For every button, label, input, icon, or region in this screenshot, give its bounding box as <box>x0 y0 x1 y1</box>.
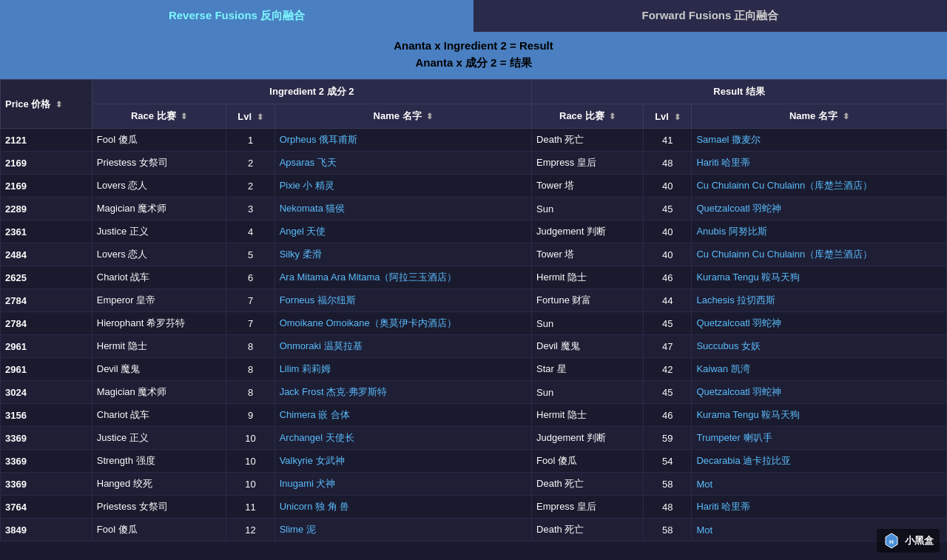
header-row-1: Price 价格 ⬍ Ingredient 2 成分 2 Result 结果 <box>1 80 947 104</box>
table-row: 3369Justice 正义10Archangel 天使长Judgement 判… <box>1 427 947 450</box>
table-row: 2961Hermit 隐士8Onmoraki 温莫拉基Devil 魔鬼47Suc… <box>1 335 947 358</box>
formula-banner: Ananta x Ingredient 2 = Result Ananta x … <box>0 32 947 79</box>
name-res-sort-icon: ⬍ <box>843 112 849 121</box>
table-row: 3024Magician 魔术师8Jack Frost 杰克·弗罗斯特Sun45… <box>1 381 947 404</box>
tab-reverse[interactable]: Reverse Fusions 反向融合 <box>0 0 474 32</box>
table-row: 2784Hierophant 希罗芬特7Omoikane Omoikane（奥莫… <box>1 312 947 335</box>
table-row: 2361Justice 正义4Angel 天使Judgement 判断40Anu… <box>1 220 947 243</box>
name-ing-sort-icon: ⬍ <box>426 112 433 121</box>
formula-cn: Ananta x 成分 2 = 结果 <box>12 56 935 70</box>
fusion-table: Price 价格 ⬍ Ingredient 2 成分 2 Result 结果 R… <box>0 79 947 542</box>
name-ing-header[interactable]: Name 名字 ⬍ <box>274 104 531 129</box>
lvl-ing-header[interactable]: Lvl ⬍ <box>226 104 274 129</box>
race-ing-sort-icon: ⬍ <box>181 112 187 121</box>
table-container: Price 价格 ⬍ Ingredient 2 成分 2 Result 结果 R… <box>0 79 947 542</box>
table-row: 2121Fool 傻瓜1Orpheus 俄耳甫斯Death 死亡41Samael… <box>1 129 947 152</box>
table-row: 2625Chariot 战车6Ara Mitama Ara Mitama（阿拉三… <box>1 266 947 289</box>
table-row: 3156Chariot 战车9Chimera 嵌 合体Hermit 隐士46Ku… <box>1 404 947 427</box>
lvl-ing-sort-icon: ⬍ <box>257 112 263 122</box>
race-res-header[interactable]: Race 比赛 ⬍ <box>532 104 644 129</box>
race-ing-header[interactable]: Race 比赛 ⬍ <box>92 104 226 129</box>
watermark: H 小黑盒 <box>877 529 940 542</box>
price-header[interactable]: Price 价格 ⬍ <box>1 80 92 129</box>
lvl-res-header[interactable]: Lvl ⬍ <box>644 104 692 129</box>
table-row: 2169Priestess 女祭司2Apsaras 飞天Empress 皇后48… <box>1 152 947 175</box>
price-sort-icon: ⬍ <box>55 100 62 109</box>
table-row: 3764Priestess 女祭司11Unicorn 独 角 兽Empress … <box>1 496 947 519</box>
ingredient-group-header: Ingredient 2 成分 2 <box>92 80 531 104</box>
table-row: 2484Lovers 恋人5Silky 柔滑Tower 塔40Cu Chulai… <box>1 243 947 266</box>
race-res-sort-icon: ⬍ <box>609 112 616 121</box>
formula-en: Ananta x Ingredient 2 = Result <box>12 39 935 52</box>
table-row: 3369Strength 强度10Valkyrie 女武神Fool 傻瓜54De… <box>1 450 947 473</box>
table-row: 3849Fool 傻瓜12Slime 泥Death 死亡58Mot <box>1 519 947 542</box>
header-row-2: Race 比赛 ⬍ Lvl ⬍ Name 名字 ⬍ Race 比赛 ⬍ Lvl <box>1 104 947 129</box>
svg-text:H: H <box>889 539 894 542</box>
table-row: 2169Lovers 恋人2Pixie 小 精灵Tower 塔40Cu Chul… <box>1 175 947 198</box>
result-group-header: Result 结果 <box>532 80 947 104</box>
watermark-text: 小黑盒 <box>905 534 934 542</box>
name-res-header[interactable]: Name 名字 ⬍ <box>692 104 947 129</box>
table-row: 2961Devil 魔鬼8Lilim 莉莉姆Star 星42Kaiwan 凯湾 <box>1 358 947 381</box>
watermark-icon: H <box>883 532 900 542</box>
top-tabs: Reverse Fusions 反向融合 Forward Fusions 正向融… <box>0 0 947 32</box>
table-row: 2784Emperor 皇帝7Forneus 福尔纽斯Fortune 财富44L… <box>1 289 947 312</box>
lvl-res-sort-icon: ⬍ <box>674 112 681 122</box>
table-row: 3369Hanged 绞死10Inugami 犬神Death 死亡58Mot <box>1 473 947 496</box>
table-body: 2121Fool 傻瓜1Orpheus 俄耳甫斯Death 死亡41Samael… <box>1 129 947 542</box>
tab-forward[interactable]: Forward Fusions 正向融合 <box>474 0 947 32</box>
table-row: 2289Magician 魔术师3Nekomata 猫侯Sun45Quetzal… <box>1 198 947 220</box>
